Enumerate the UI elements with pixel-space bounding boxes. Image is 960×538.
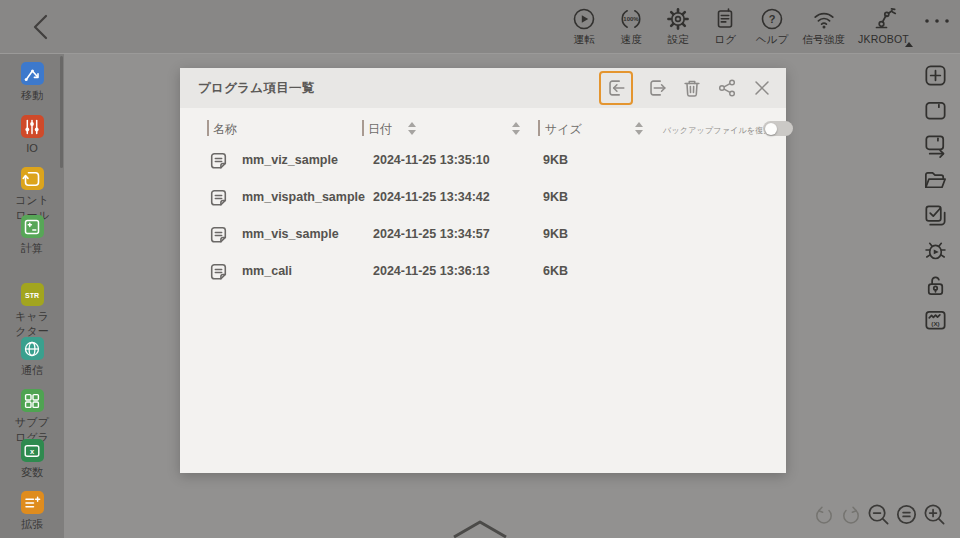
import-button[interactable] xyxy=(599,71,633,105)
topbar-actions: 運転 100% 速度 xyxy=(567,6,960,47)
extension-icon xyxy=(21,492,43,514)
column-separator xyxy=(207,120,209,136)
zoom-in-button[interactable] xyxy=(922,502,947,527)
right-tool-rail: (X) xyxy=(922,62,949,334)
dialog-title: プログラム項目一覧 xyxy=(198,80,315,97)
redo-button[interactable] xyxy=(839,503,863,527)
toggle-knob xyxy=(765,123,777,135)
sidebar-item-variable[interactable]: x 変数 xyxy=(0,439,64,480)
column-separator xyxy=(362,120,364,136)
speed-icon: 100% xyxy=(618,6,644,32)
undo-icon xyxy=(812,503,836,527)
file-size: 9KB xyxy=(543,153,568,167)
sidebar-item-comm[interactable]: 通信 xyxy=(0,337,64,378)
ellipsis-icon xyxy=(922,16,952,26)
delete-button[interactable] xyxy=(681,77,703,99)
column-header-size[interactable]: サイズ xyxy=(545,121,582,138)
sidebar-item-calc[interactable]: 計算 xyxy=(0,215,64,256)
zoom-out-icon xyxy=(866,502,891,527)
run-label: 運転 xyxy=(573,33,594,47)
log-label: ログ xyxy=(714,33,736,47)
sidebar-item-move[interactable]: 移動 xyxy=(0,62,64,103)
trash-icon xyxy=(681,77,703,99)
help-label: ヘルプ xyxy=(756,33,789,47)
robot-menu-label: JKROBOT xyxy=(858,33,909,45)
table-row[interactable]: mm_viz_sample 2024-11-25 13:35:10 9KB xyxy=(180,148,772,174)
close-button[interactable] xyxy=(751,77,773,99)
svg-text:(X): (X) xyxy=(931,320,939,327)
table-row[interactable]: mm_vispath_sample 2024-11-25 13:34:42 9K… xyxy=(180,185,772,211)
variable-monitor-button[interactable]: (X) xyxy=(922,307,949,334)
run-button[interactable]: 運転 xyxy=(567,6,601,47)
program-file-icon xyxy=(207,260,230,283)
zoom-out-button[interactable] xyxy=(866,502,891,527)
more-button[interactable] xyxy=(922,16,952,26)
signal-strength-button[interactable]: 信号強度 xyxy=(802,6,845,47)
program-list-dialog: プログラム項目一覧 xyxy=(180,68,786,473)
save-icon xyxy=(922,97,949,124)
save-button[interactable] xyxy=(922,97,949,124)
svg-text:100%: 100% xyxy=(624,16,640,22)
dropdown-caret-icon xyxy=(905,42,913,47)
backup-toggle-label: バックアップファイルを復元 xyxy=(663,125,772,136)
share-button[interactable] xyxy=(716,77,738,99)
robot-arm-icon xyxy=(871,6,897,32)
sort-date-button[interactable] xyxy=(512,122,520,135)
variable-icon: x xyxy=(21,440,43,462)
play-circle-icon xyxy=(571,6,597,32)
export-icon xyxy=(646,77,668,99)
select-check-button[interactable] xyxy=(922,202,949,229)
table-row[interactable]: mm_cali 2024-11-25 13:36:13 6KB xyxy=(180,259,772,285)
file-size: 6KB xyxy=(543,264,568,278)
svg-text:?: ? xyxy=(769,13,776,25)
backup-toggle[interactable] xyxy=(763,121,793,136)
sidebar-item-io[interactable]: IO xyxy=(0,115,64,156)
sort-name-button[interactable] xyxy=(408,122,416,135)
column-header-date[interactable]: 日付 xyxy=(368,121,392,138)
new-program-icon xyxy=(922,62,949,89)
file-name: mm_vispath_sample xyxy=(242,190,365,204)
file-date: 2024-11-25 13:34:42 xyxy=(373,190,490,204)
log-button[interactable]: ログ xyxy=(708,6,742,47)
file-size: 9KB xyxy=(543,227,568,241)
redo-icon xyxy=(839,503,863,527)
string-icon: STR xyxy=(21,284,43,306)
share-icon xyxy=(716,77,738,99)
sidebar-item-string[interactable]: STR キャラクター xyxy=(0,283,64,339)
canvas-zoom-controls xyxy=(812,502,947,527)
open-folder-button[interactable] xyxy=(922,167,949,194)
column-header-name[interactable]: 名称 xyxy=(213,121,237,138)
save-as-button[interactable] xyxy=(922,132,949,159)
svg-text:x: x xyxy=(30,446,35,455)
dialog-body: 名称 日付 サイズ バックアップファイルを復元 mm_viz_s xyxy=(180,108,786,473)
file-size: 9KB xyxy=(543,190,568,204)
move-path-icon xyxy=(21,63,43,85)
back-button[interactable] xyxy=(28,11,54,43)
settings-button[interactable]: 設定 xyxy=(661,6,695,47)
lock-open-button[interactable] xyxy=(922,272,949,299)
debug-run-icon xyxy=(922,237,949,264)
variable-monitor-icon: (X) xyxy=(922,307,949,334)
zoom-in-icon xyxy=(922,502,947,527)
zoom-reset-button[interactable] xyxy=(894,502,919,527)
help-button[interactable]: ? ヘルプ xyxy=(755,6,789,47)
export-button[interactable] xyxy=(646,77,668,99)
chevron-up-icon xyxy=(448,519,512,538)
file-name: mm_cali xyxy=(242,264,292,278)
undo-button[interactable] xyxy=(812,503,836,527)
sort-size-button[interactable] xyxy=(635,122,643,135)
file-date: 2024-11-25 13:34:57 xyxy=(373,227,490,241)
globe-icon xyxy=(21,338,43,360)
loop-icon xyxy=(21,168,43,190)
file-name: mm_viz_sample xyxy=(242,153,338,167)
file-name: mm_vis_sample xyxy=(242,227,339,241)
speed-button[interactable]: 100% 速度 xyxy=(614,6,648,47)
save-as-icon xyxy=(922,132,949,159)
new-program-button[interactable] xyxy=(922,62,949,89)
robot-menu-button[interactable]: JKROBOT xyxy=(858,6,909,45)
debug-run-button[interactable] xyxy=(922,237,949,264)
table-row[interactable]: mm_vis_sample 2024-11-25 13:34:57 9KB xyxy=(180,222,772,248)
bottom-panel-expand-button[interactable] xyxy=(448,519,512,538)
sidebar-item-extension[interactable]: 拡張 xyxy=(0,491,64,532)
wifi-icon xyxy=(811,6,837,32)
